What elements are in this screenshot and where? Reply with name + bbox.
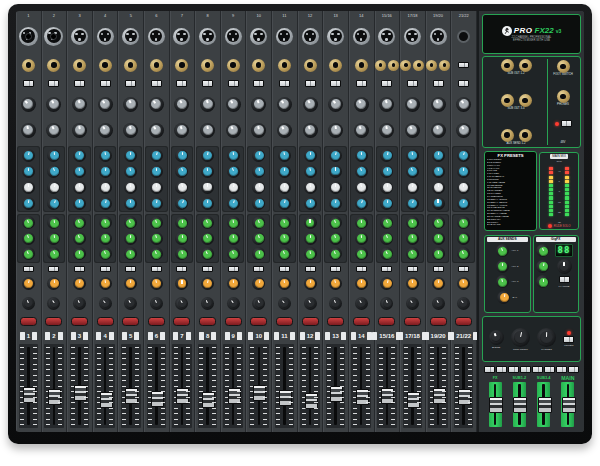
- low-cut-switch[interactable]: [202, 266, 213, 273]
- xlr-input-jack[interactable]: [173, 28, 190, 45]
- xlr-input-jack[interactable]: [430, 28, 447, 45]
- knob-aux1[interactable]: [124, 216, 137, 229]
- knob-eq-lf[interactable]: [304, 197, 317, 210]
- combo-xlr-input-jack[interactable]: [19, 27, 38, 46]
- knob-fx-send[interactable]: [380, 247, 393, 260]
- master-fader-track[interactable]: [537, 382, 550, 427]
- channel-fader[interactable]: [275, 344, 295, 429]
- xlr-input-jack[interactable]: [199, 28, 216, 45]
- fader-cap[interactable]: [100, 392, 113, 408]
- fader-cap[interactable]: [305, 393, 318, 409]
- knob-eq-freq[interactable]: [380, 181, 393, 194]
- fader-cap[interactable]: [279, 390, 292, 406]
- knob-level[interactable]: [150, 297, 163, 310]
- power-switch[interactable]: [563, 336, 574, 343]
- knob-aux1[interactable]: [150, 216, 163, 229]
- knob-eq-lf[interactable]: [99, 197, 112, 210]
- xlr-input-jack[interactable]: [71, 28, 88, 45]
- knob-gain[interactable]: [46, 97, 61, 112]
- knob-pan[interactable]: [227, 277, 240, 290]
- knob-aux2[interactable]: [201, 232, 214, 245]
- knob-eq-mid[interactable]: [150, 165, 163, 178]
- master-fader-track[interactable]: [561, 382, 574, 427]
- fader-cap[interactable]: [356, 389, 369, 405]
- knob-gain[interactable]: [21, 97, 36, 112]
- fader-cap[interactable]: [513, 397, 527, 413]
- line-hiz-switch[interactable]: [433, 80, 444, 87]
- knob-eq-lf[interactable]: [380, 197, 393, 210]
- phantom-power-switch[interactable]: [561, 120, 572, 127]
- fader-cap[interactable]: [151, 391, 164, 407]
- gigfx-knob-3[interactable]: [536, 275, 549, 288]
- knob-aux1[interactable]: [47, 216, 60, 229]
- knob-fx-send[interactable]: [73, 247, 86, 260]
- knob-level[interactable]: [201, 297, 214, 310]
- line-input-jack[interactable]: [201, 59, 214, 72]
- knob-eq-freq[interactable]: [201, 181, 214, 194]
- knob-level[interactable]: [278, 297, 291, 310]
- knob-aux2[interactable]: [175, 232, 188, 245]
- knob-comp[interactable]: [21, 123, 36, 138]
- channel-fader[interactable]: [326, 344, 346, 429]
- line-input-jack[interactable]: [278, 59, 291, 72]
- knob-comp[interactable]: [405, 123, 420, 138]
- knob-eq-mid[interactable]: [278, 165, 291, 178]
- mute-switch[interactable]: [496, 366, 507, 373]
- channel-fader[interactable]: [121, 344, 141, 429]
- knob-pan[interactable]: [99, 277, 112, 290]
- line-input-jack[interactable]: [124, 59, 137, 72]
- knob-aux2[interactable]: [380, 232, 393, 245]
- knob-aux2[interactable]: [329, 232, 342, 245]
- fader-cap[interactable]: [74, 385, 87, 401]
- fader-cap[interactable]: [489, 397, 503, 413]
- knob-pan[interactable]: [355, 277, 368, 290]
- input-level-switch[interactable]: [458, 62, 469, 69]
- knob-comp[interactable]: [354, 123, 369, 138]
- channel-fader[interactable]: [300, 344, 320, 429]
- knob-level[interactable]: [73, 297, 86, 310]
- knob-aux1[interactable]: [304, 216, 317, 229]
- low-cut-switch[interactable]: [356, 266, 367, 273]
- knob-pan[interactable]: [22, 277, 35, 290]
- low-cut-switch[interactable]: [228, 266, 239, 273]
- knob-fx-send[interactable]: [406, 247, 419, 260]
- knob-gain[interactable]: [277, 97, 292, 112]
- fader-cap[interactable]: [23, 387, 36, 403]
- sub-out-3-jack[interactable]: [501, 94, 514, 107]
- knob-aux2[interactable]: [432, 232, 445, 245]
- knob-aux2[interactable]: [124, 232, 137, 245]
- knob-aux1[interactable]: [99, 216, 112, 229]
- knob-comp[interactable]: [379, 123, 394, 138]
- line-hiz-switch[interactable]: [151, 80, 162, 87]
- knob-eq-hf[interactable]: [406, 149, 419, 162]
- knob-eq-hf[interactable]: [457, 149, 470, 162]
- knob-aux1[interactable]: [278, 216, 291, 229]
- knob-eq-lf[interactable]: [432, 197, 445, 210]
- channel-fader[interactable]: [454, 344, 474, 429]
- fader-cap[interactable]: [407, 392, 420, 408]
- knob-eq-mid[interactable]: [457, 165, 470, 178]
- knob-aux2[interactable]: [406, 232, 419, 245]
- knob-comp[interactable]: [328, 123, 343, 138]
- knob-aux1[interactable]: [432, 216, 445, 229]
- low-cut-switch[interactable]: [48, 266, 59, 273]
- low-cut-switch[interactable]: [125, 266, 136, 273]
- knob-aux1[interactable]: [406, 216, 419, 229]
- knob-aux1[interactable]: [457, 216, 470, 229]
- knob-eq-mid[interactable]: [47, 165, 60, 178]
- low-cut-switch[interactable]: [74, 266, 85, 273]
- knob-eq-freq[interactable]: [406, 181, 419, 194]
- knob-eq-freq[interactable]: [329, 181, 342, 194]
- aux-master-knob-2[interactable]: [496, 260, 509, 273]
- knob-level[interactable]: [99, 297, 112, 310]
- knob-eq-mid[interactable]: [73, 165, 86, 178]
- low-cut-switch[interactable]: [151, 266, 162, 273]
- aux-master-knob-4[interactable]: [497, 291, 510, 304]
- line-input-jack[interactable]: [22, 59, 35, 72]
- knob-level[interactable]: [227, 297, 240, 310]
- knob-fx-send[interactable]: [432, 247, 445, 260]
- knob-pan[interactable]: [304, 277, 317, 290]
- sub-out-4-jack[interactable]: [519, 94, 532, 107]
- master-fader-track[interactable]: [513, 382, 526, 427]
- channel-fader[interactable]: [44, 344, 64, 429]
